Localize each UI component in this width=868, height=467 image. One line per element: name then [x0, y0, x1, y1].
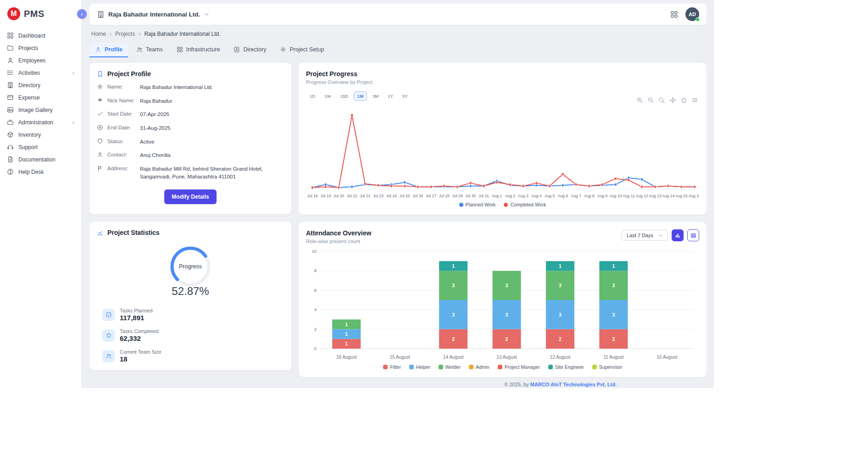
range-button[interactable]: 15D [336, 91, 351, 101]
legend-item[interactable]: Planned Work [459, 202, 496, 207]
zoom-out-icon[interactable] [647, 97, 654, 104]
apps-grid-icon[interactable] [670, 11, 678, 18]
legend-item[interactable]: Welder [439, 364, 461, 370]
profile-field-start-date: Start Date: 07-Apr-2025 [97, 111, 284, 118]
sidebar-item-directory[interactable]: Directory [0, 79, 81, 91]
sidebar-item-image-gallery[interactable]: Image Gallery [0, 104, 81, 116]
chevron-right-icon: › [110, 31, 111, 37]
legend-item[interactable]: Helper [409, 364, 430, 370]
bar-chart-legend: FitterHelperWelderAdminProject ManagerSi… [306, 364, 699, 370]
legend-item[interactable]: Admin [469, 364, 490, 370]
sidebar-item-label: Directory [18, 82, 40, 89]
chart-view-button[interactable] [672, 229, 684, 241]
svg-text:Jul 24: Jul 24 [386, 194, 397, 198]
user-icon [95, 46, 101, 53]
legend-item[interactable]: Completed Work [504, 202, 546, 207]
breadcrumb-home[interactable]: Home [91, 31, 106, 37]
progress-gauge: Progress 52.87% [97, 243, 284, 298]
svg-text:Aug 14: Aug 14 [662, 194, 674, 198]
svg-text:Aug 4: Aug 4 [531, 194, 542, 198]
tab-project-setup[interactable]: Project Setup [274, 43, 329, 57]
gauge-label: Progress [179, 263, 202, 270]
tab-directory[interactable]: Directory [228, 43, 272, 57]
modify-details-button[interactable]: Modify Details [164, 189, 216, 204]
svg-text:1: 1 [452, 263, 455, 269]
svg-text:Aug 2: Aug 2 [505, 194, 516, 198]
svg-text:Aug 11: Aug 11 [623, 194, 635, 198]
svg-text:Jul 25: Jul 25 [400, 194, 410, 198]
avatar[interactable]: AD [685, 7, 699, 21]
svg-text:Aug 1: Aug 1 [492, 194, 502, 198]
range-button[interactable]: 5Y [399, 91, 412, 101]
profile-field-nickname: Nick Name: Raja Bahadur [97, 97, 284, 105]
right-column: Project Progress Progress Overview by Pr… [299, 63, 707, 377]
sidebar-item-label: Documentation [18, 156, 56, 163]
company-link[interactable]: MARCO AIoT Technologies Pvt. Ltd. [530, 382, 617, 387]
folder-icon [7, 44, 14, 51]
tab-teams[interactable]: Teams [131, 43, 168, 57]
range-button[interactable]: 1W [321, 91, 334, 101]
legend-item[interactable]: Supervisor [592, 364, 622, 370]
sidebar-item-expense[interactable]: Expense [0, 91, 81, 104]
company-selector[interactable]: Raja Bahadur International Ltd. [97, 11, 210, 18]
field-label: Contact: [107, 151, 136, 157]
check-icon [97, 111, 103, 117]
sidebar-item-inventory[interactable]: Inventory [0, 128, 81, 141]
svg-text:Aug 6: Aug 6 [558, 194, 568, 198]
svg-text:3: 3 [506, 283, 508, 288]
sidebar-item-label: Expense [18, 95, 40, 101]
svg-text:Jul 22: Jul 22 [360, 194, 370, 198]
svg-text:Jul 27: Jul 27 [426, 194, 436, 198]
profile-field-name: Name: Raja Bahadur International Ltd. [97, 83, 284, 91]
sidebar-item-administration[interactable]: Administration › [0, 116, 81, 128]
sidebar-item-projects[interactable]: Projects [0, 42, 81, 54]
copyright-text: © 2025, by [504, 382, 530, 387]
svg-text:15 August: 15 August [389, 355, 410, 360]
range-button[interactable]: 1D [306, 91, 319, 101]
stat-value: 18 [120, 355, 161, 363]
tab-infrastructure[interactable]: Infrastructure [171, 43, 226, 57]
user-icon [97, 151, 103, 158]
sidebar-item-activities[interactable]: Activities › [0, 67, 81, 79]
date-range-select[interactable]: Last 7 Days [622, 230, 668, 241]
svg-text:Jul 21: Jul 21 [347, 194, 357, 198]
sidebar-item-support[interactable]: Support [0, 141, 81, 153]
svg-text:Aug 8: Aug 8 [584, 194, 595, 198]
legend-item[interactable]: Fitter [383, 364, 401, 370]
range-button[interactable]: 1Y [384, 91, 397, 101]
project-progress-card: Project Progress Progress Overview by Pr… [299, 63, 707, 215]
logo[interactable]: M PMS [0, 6, 81, 25]
table-view-button[interactable] [687, 229, 699, 241]
content-grid: Project Profile Name: Raja Bahadur Inter… [89, 63, 707, 377]
sidebar-item-help-desk[interactable]: Help Desk [0, 166, 81, 178]
sidebar-item-label: Administration [18, 119, 53, 126]
building-icon [97, 11, 105, 18]
legend-item[interactable]: Site Engineer [548, 364, 584, 370]
sidebar-item-documentation[interactable]: Documentation [0, 153, 81, 166]
sidebar-item-dashboard[interactable]: Dashboard [0, 29, 81, 42]
legend-item[interactable]: Project Manager [498, 364, 540, 370]
tab-profile[interactable]: Profile [89, 43, 128, 57]
selection-zoom-icon[interactable] [658, 97, 665, 104]
check-square-icon [106, 311, 112, 318]
pan-icon[interactable] [669, 97, 676, 104]
gauge-svg: Progress [162, 243, 218, 290]
breadcrumb-projects[interactable]: Projects [115, 31, 135, 37]
menu-icon[interactable] [691, 97, 698, 104]
zoom-in-icon[interactable] [636, 97, 643, 104]
tab-label: Teams [146, 46, 163, 53]
svg-text:Jul 23: Jul 23 [373, 194, 384, 198]
field-value: Active [140, 138, 284, 146]
range-button[interactable]: 3M [369, 91, 382, 101]
range-button[interactable]: 1M [354, 91, 367, 101]
sidebar-item-employees[interactable]: Employees [0, 54, 81, 67]
chevron-down-icon [204, 11, 210, 17]
home-icon[interactable] [680, 97, 687, 104]
date-range-value: Last 7 Days [627, 233, 653, 238]
card-subtitle: Progress Overview by Project [306, 79, 699, 85]
breadcrumb-current: Raja Bahadur International Ltd. [144, 31, 220, 37]
svg-text:14 August: 14 August [443, 355, 464, 360]
svg-text:0: 0 [314, 346, 317, 351]
sidebar-collapse-button[interactable]: ‹ [77, 9, 87, 19]
stat-value: 117,891 [120, 314, 153, 322]
